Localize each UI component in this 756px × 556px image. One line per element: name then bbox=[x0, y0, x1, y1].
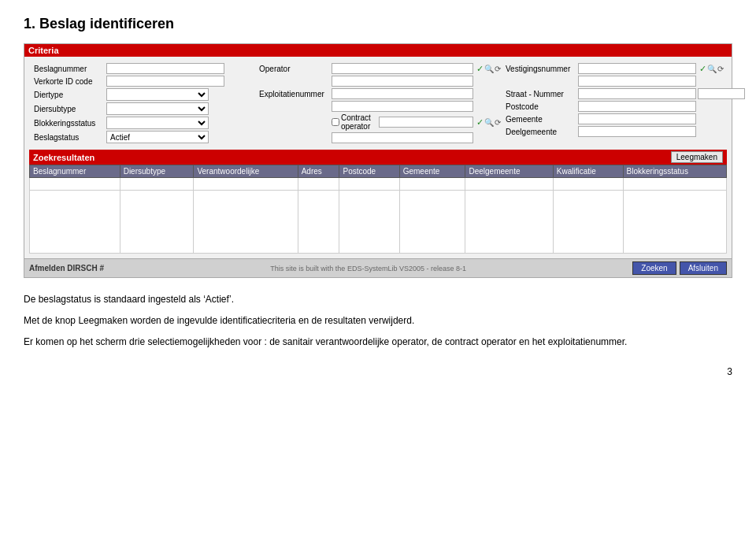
blokkeringsstatus-group: Blokkeringsstatus bbox=[34, 117, 254, 129]
results-table: Beslagnummer Diersubtype Verantwoordelij… bbox=[29, 165, 727, 254]
deelgemeente-label: Deelgemeente bbox=[506, 128, 576, 136]
postcode-group: Postcode bbox=[506, 101, 745, 112]
col-adres: Adres bbox=[298, 165, 339, 178]
contract-operator-text: Contract operator bbox=[341, 113, 374, 131]
deelgemeente-input[interactable] bbox=[578, 126, 696, 137]
straat-label: Straat - Nummer bbox=[506, 90, 576, 98]
page-title: 1. Beslag identificeren bbox=[24, 16, 732, 32]
operator-check-icon[interactable]: ✓ bbox=[476, 64, 484, 74]
results-header-label: Zoekresultaten bbox=[33, 153, 94, 162]
exploitatienummer-input2[interactable] bbox=[332, 101, 473, 112]
diersubtype-select[interactable] bbox=[106, 102, 209, 115]
operator-label: Operator bbox=[259, 65, 330, 73]
col-gemeente: Gemeente bbox=[399, 165, 465, 178]
operator-row2 bbox=[259, 76, 501, 87]
footer-user: Afmelden DIRSCH # bbox=[29, 264, 104, 272]
verkorte-id-input[interactable] bbox=[106, 76, 224, 87]
diertype-select[interactable] bbox=[106, 88, 209, 101]
diertype-group: Diertype bbox=[34, 88, 254, 101]
operator-input2[interactable] bbox=[332, 76, 473, 87]
body-paragraph-1: De beslagstatus is standaard ingesteld a… bbox=[24, 292, 732, 307]
contract-operator-input[interactable] bbox=[379, 117, 473, 128]
verkorte-id-group: Verkorte ID code bbox=[34, 76, 254, 87]
col-verantwoordelijke: Verantwoordelijke bbox=[194, 165, 298, 178]
contract-clear-icon[interactable]: ⟳ bbox=[495, 118, 501, 127]
left-column: Beslagnummer Verkorte ID code Diertype D… bbox=[34, 63, 254, 145]
diertype-label: Diertype bbox=[34, 91, 105, 99]
col-kwalificatie: Kwalificatie bbox=[553, 165, 623, 178]
blokkeringsstatus-label: Blokkeringsstatus bbox=[34, 119, 105, 128]
vestigingsnummer-label: Vestigingsnummer bbox=[506, 65, 576, 73]
right-column: Vestigingsnummer ✓ 🔍 ⟳ Straat - Nummer bbox=[506, 63, 745, 145]
criteria-header: Criteria bbox=[24, 44, 732, 57]
body-text: De beslagstatus is standaard ingesteld a… bbox=[24, 292, 732, 350]
contract-check-icon[interactable]: ✓ bbox=[476, 117, 484, 128]
footer-actions: Zoeken Afsluiten bbox=[632, 261, 727, 275]
exploitatienummer-label: Exploitatienummer bbox=[259, 90, 330, 98]
vestigingsnummer-clear-icon[interactable]: ⟳ bbox=[717, 65, 724, 73]
body-paragraph-2: Met de knop Leegmaken worden de ingevuld… bbox=[24, 313, 732, 328]
col-postcode: Postcode bbox=[339, 165, 399, 178]
footer-bar: Afmelden DIRSCH # This site is built wit… bbox=[24, 258, 732, 277]
diersubtype-label: Diersubtype bbox=[34, 105, 105, 113]
contract-search-icon[interactable]: 🔍 bbox=[484, 118, 494, 127]
vestigingsnummer-check-icon[interactable]: ✓ bbox=[699, 64, 706, 74]
operator-input[interactable] bbox=[332, 63, 473, 74]
beslagnummer-group: Beslagnummer bbox=[34, 63, 254, 74]
exploitatienummer-group: Exploitatienummer bbox=[259, 88, 501, 99]
contract-operator-group: Contract operator ✓ 🔍 ⟳ bbox=[259, 113, 501, 131]
vestigingsnummer-input[interactable] bbox=[578, 63, 696, 74]
results-table-body bbox=[30, 178, 727, 254]
beslagstatus-select[interactable]: Actief bbox=[106, 131, 209, 143]
vestigingsnummer-row2 bbox=[506, 76, 745, 87]
zoeken-button[interactable]: Zoeken bbox=[632, 261, 676, 275]
footer-system-info: This site is built with the EDS-SystemLi… bbox=[104, 265, 632, 272]
blokkeringsstatus-select[interactable] bbox=[106, 117, 209, 129]
operator-clear-icon[interactable]: ⟳ bbox=[495, 65, 501, 73]
gemeente-label: Gemeente bbox=[506, 115, 576, 124]
beslagnummer-input[interactable] bbox=[106, 63, 224, 74]
beslagnummer-label: Beslagnummer bbox=[34, 65, 105, 73]
col-beslagnummer: Beslagnummer bbox=[30, 165, 120, 178]
beslagstatus-group: Beslagstatus Actief bbox=[34, 131, 254, 143]
col-blokkeringsstatus: Blokkeringsstatus bbox=[623, 165, 726, 178]
criteria-body: Beslagnummer Verkorte ID code Diertype D… bbox=[24, 57, 732, 257]
leegmaken-button[interactable]: Leegmaken bbox=[671, 151, 723, 163]
vestigingsnummer-icons: ✓ 🔍 ⟳ bbox=[699, 64, 724, 74]
col-diersubtype: Diersubtype bbox=[120, 165, 194, 178]
deelgemeente-group: Deelgemeente bbox=[506, 126, 745, 137]
gemeente-input[interactable] bbox=[578, 113, 696, 124]
exploitatienummer-row2 bbox=[259, 101, 501, 112]
contract-operator-checkbox[interactable] bbox=[332, 118, 339, 126]
vestigingsnummer-input2[interactable] bbox=[578, 76, 696, 87]
exploitatienummer-input[interactable] bbox=[332, 88, 473, 99]
operator-search-icon[interactable]: 🔍 bbox=[484, 65, 494, 73]
gemeente-group: Gemeente bbox=[506, 113, 745, 124]
mid-column: Operator ✓ 🔍 ⟳ Exploitatienummer bbox=[259, 63, 501, 145]
postcode-input[interactable] bbox=[578, 101, 696, 112]
page-number: 3 bbox=[24, 366, 732, 377]
table-row bbox=[30, 178, 727, 191]
body-paragraph-3: Er komen op het scherm drie selectiemoge… bbox=[24, 335, 732, 350]
operator-group: Operator ✓ 🔍 ⟳ bbox=[259, 63, 501, 74]
beslagstatus-label: Beslagstatus bbox=[34, 133, 105, 142]
table-row bbox=[30, 191, 727, 254]
contract-input2[interactable] bbox=[332, 132, 473, 143]
postcode-label: Postcode bbox=[506, 102, 576, 111]
contract-operator-icons: ✓ 🔍 ⟳ bbox=[476, 117, 501, 128]
operator-icons: ✓ 🔍 ⟳ bbox=[476, 64, 501, 74]
vestigingsnummer-group: Vestigingsnummer ✓ 🔍 ⟳ bbox=[506, 63, 745, 74]
col-deelgemeente: Deelgemeente bbox=[465, 165, 553, 178]
main-panel: Criteria Beslagnummer Verkorte ID code D… bbox=[24, 43, 732, 278]
straat-group: Straat - Nummer bbox=[506, 88, 745, 99]
diersubtype-group: Diersubtype bbox=[34, 102, 254, 115]
nummer-input[interactable] bbox=[698, 88, 745, 99]
results-header: Zoekresultaten Leegmaken bbox=[29, 150, 727, 165]
contract-operator-label: Contract operator bbox=[332, 113, 374, 131]
afsluiten-button[interactable]: Afsluiten bbox=[680, 261, 727, 275]
verkorte-id-label: Verkorte ID code bbox=[34, 77, 105, 86]
straat-input[interactable] bbox=[578, 88, 696, 99]
contract-row2 bbox=[259, 132, 501, 143]
results-table-header-row: Beslagnummer Diersubtype Verantwoordelij… bbox=[30, 165, 727, 178]
vestigingsnummer-search-icon[interactable]: 🔍 bbox=[707, 65, 717, 73]
